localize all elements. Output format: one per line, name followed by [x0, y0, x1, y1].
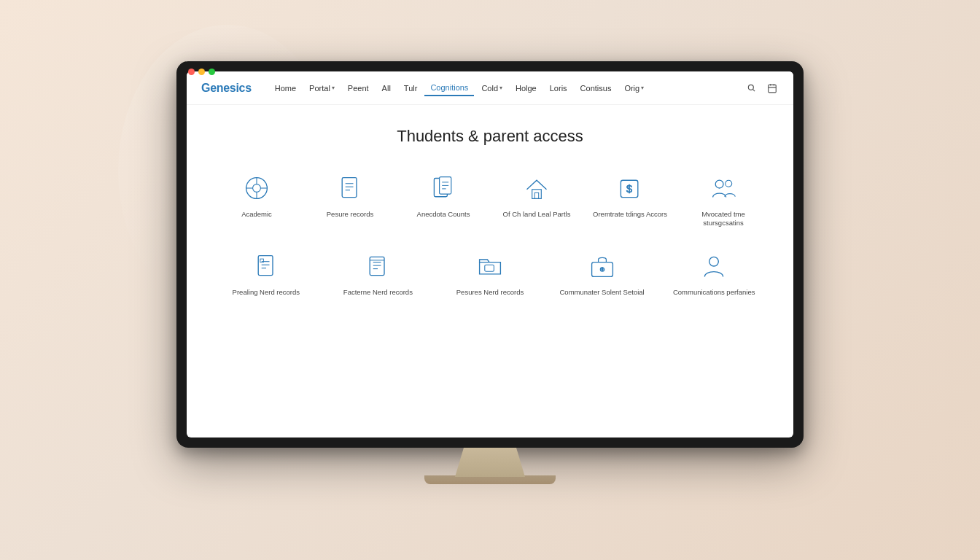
traffic-light-yellow[interactable] — [198, 69, 205, 75]
nav-items: Home Portal ▾ Peent All Tulr — [269, 80, 745, 96]
grid-item-people[interactable]: Mvocated tme stursgcsatins — [682, 172, 764, 228]
chevron-down-icon: ▾ — [499, 85, 502, 91]
svg-text:$: $ — [626, 183, 632, 195]
pesure-records-icon — [334, 172, 366, 204]
grid-label-dollar: Oremtrate tdings Accors — [593, 210, 667, 219]
doc2-icon — [362, 250, 394, 282]
calendar-icon[interactable] — [766, 82, 779, 95]
svg-point-7 — [253, 184, 261, 192]
anecdota-icon — [427, 172, 459, 204]
main-content: Thudents & parent access — [187, 105, 793, 438]
grid-item-pesure-records[interactable]: Pesure records — [309, 172, 391, 228]
svg-point-41 — [709, 257, 719, 266]
grid-item-academic[interactable]: Academic — [216, 172, 298, 228]
nav-actions — [745, 82, 779, 95]
dollar-icon: $ — [614, 172, 646, 204]
nav-item-home[interactable]: Home — [269, 81, 302, 96]
monitor-stand — [446, 448, 534, 477]
svg-rect-37 — [485, 265, 494, 271]
people-icon — [707, 172, 739, 204]
nav-item-peent[interactable]: Peent — [342, 81, 375, 96]
house-icon — [521, 172, 553, 204]
nav-item-holge[interactable]: Holge — [510, 81, 542, 96]
grid-item-pesures-nerd[interactable]: Pesures Nerd records — [440, 250, 540, 297]
monitor-wrapper: Genesics Home Portal ▾ Peent All — [176, 61, 804, 499]
svg-rect-32 — [370, 257, 385, 275]
grid-item-communications[interactable]: Communications perfanies — [664, 250, 764, 297]
svg-rect-22 — [534, 192, 538, 198]
svg-point-26 — [726, 180, 732, 187]
grid-label-pesure-records: Pesure records — [327, 210, 373, 219]
grid-row-1: Academic Pesure records — [216, 172, 764, 228]
grid-label-facterne: Facterne Nerd records — [343, 288, 413, 297]
svg-line-1 — [752, 89, 755, 91]
grid-item-communater[interactable]: 0 Communater Solent Setoial — [552, 250, 653, 297]
traffic-light-green[interactable] — [209, 69, 215, 75]
chevron-down-icon: ▾ — [332, 85, 335, 91]
grid-label-people: Mvocated tme stursgcsatins — [682, 210, 764, 228]
navbar: Genesics Home Portal ▾ Peent All — [187, 71, 793, 105]
grid-item-facterne[interactable]: Facterne Nerd records — [328, 250, 429, 297]
traffic-light-red[interactable] — [188, 69, 195, 75]
monitor-bezel: Genesics Home Portal ▾ Peent All — [176, 61, 804, 448]
logo[interactable]: Genesics — [201, 82, 252, 95]
nav-item-tulr[interactable]: Tulr — [398, 81, 424, 96]
folder-icon — [474, 250, 506, 282]
chevron-down-icon: ▾ — [641, 85, 644, 91]
svg-point-0 — [748, 85, 753, 90]
nav-item-orig[interactable]: Orig ▾ — [618, 81, 650, 96]
grid-label-communications: Communications perfanies — [673, 288, 755, 297]
search-icon[interactable] — [745, 82, 758, 95]
nav-item-cold[interactable]: Cold ▾ — [475, 81, 508, 96]
traffic-lights — [188, 69, 215, 75]
grid-label-communater: Communater Solent Setoial — [560, 288, 645, 297]
person-icon — [698, 250, 730, 282]
grid-row-2: Prealing Nerd records — [216, 250, 764, 297]
grid-item-anecdota[interactable]: Anecdota Counts — [402, 172, 484, 228]
doc1-icon — [250, 250, 282, 282]
nav-item-contisus[interactable]: Contisus — [575, 81, 618, 96]
grid-label-prealing: Prealing Nerd records — [233, 288, 300, 297]
grid-label-anecdota: Anecdota Counts — [417, 210, 470, 219]
svg-rect-21 — [532, 190, 542, 199]
svg-point-25 — [715, 180, 723, 188]
grid-label-academic: Academic — [241, 210, 272, 219]
grid-item-prealing[interactable]: Prealing Nerd records — [216, 250, 316, 297]
briefcase-icon: 0 — [586, 250, 618, 282]
nav-item-cognitions[interactable]: Cognitions — [424, 80, 474, 96]
grid-label-house: Of Ch land Leal Partls — [503, 210, 571, 219]
nav-item-all[interactable]: All — [376, 81, 397, 96]
svg-rect-12 — [342, 178, 357, 198]
page-title: Thudents & parent access — [216, 127, 764, 146]
grid-item-house[interactable]: Of Ch land Leal Partls — [496, 172, 578, 228]
academic-icon — [241, 172, 273, 204]
nav-item-loris[interactable]: Loris — [544, 81, 573, 96]
svg-rect-27 — [258, 255, 273, 275]
grid-label-pesures-nerd: Pesures Nerd records — [456, 288, 524, 297]
svg-rect-2 — [769, 85, 777, 93]
nav-item-portal[interactable]: Portal ▾ — [303, 81, 341, 96]
screen: Genesics Home Portal ▾ Peent All — [187, 71, 793, 438]
grid-item-dollar[interactable]: $ Oremtrate tdings Accors — [589, 172, 671, 228]
